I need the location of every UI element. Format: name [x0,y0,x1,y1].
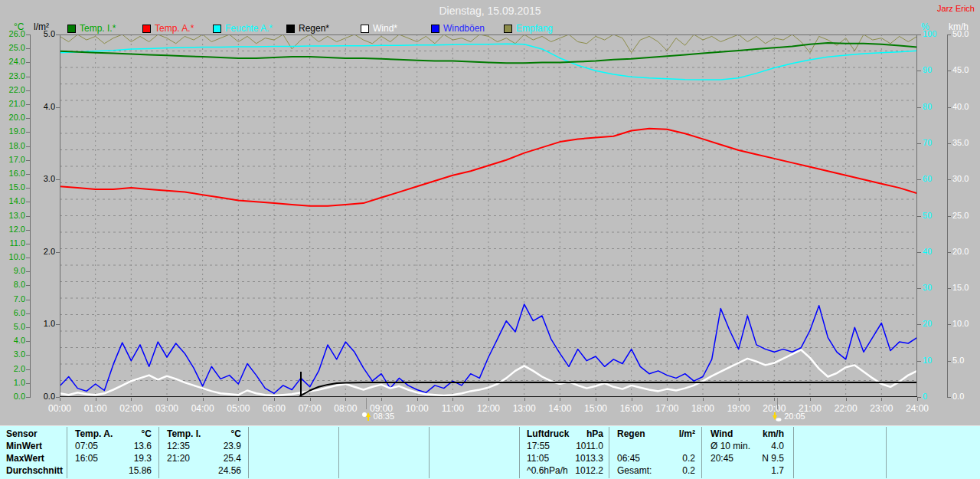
row-label-durchschnitt: Durchschnitt [6,464,63,477]
x-axis-label: 17:00 [655,403,678,414]
axis-label-pct: 70 [923,139,944,147]
sunset-marker: 20:05 [772,412,805,422]
axis-tick-degc [26,313,30,314]
x-axis-tick [417,398,418,401]
axis-label-pct: 10 [923,356,944,365]
legend-item-feuchte: Feuchte A.* [213,24,273,33]
axis-label-pct: 60 [923,175,944,183]
axis-label-pct: 0 [923,392,944,401]
x-axis-tick [167,398,168,401]
axis-label-kmh: 45.0 [952,66,977,74]
min-time: 12:35 [167,440,190,452]
x-axis-label: 08:00 [334,403,357,414]
legend-item-windboeen: Windböen [431,24,485,33]
x-axis-tick [917,398,918,401]
axis-label-degc: 26.0 [0,30,25,38]
axis-label-pct: 80 [923,103,944,111]
axis-tick-kmh [947,179,951,180]
axis-label-lm2: 2.0 [31,248,55,256]
axis-label-kmh: 10.0 [952,320,977,328]
x-axis-label: 23:00 [870,403,893,414]
axis-tick-lm2 [56,324,60,325]
x-axis-label: 22:00 [835,403,858,414]
axis-tick-degc [26,34,30,35]
axis-label-degc: 19.0 [0,127,25,136]
x-axis-tick [632,398,632,401]
axis-label-lm2: 1.0 [31,320,55,328]
axis-label-kmh: 40.0 [952,103,977,111]
col-name: Wind [710,428,733,440]
axis-tick-lm2 [56,34,60,35]
legend-label-windboeen: Windböen [443,23,485,34]
x-axis-label: 07:00 [299,403,322,414]
min-value: 23.9 [224,440,241,452]
x-axis-tick [452,398,453,401]
axis-tick-degc [26,188,30,189]
x-axis-label: 19:00 [727,403,750,414]
stats-column-luftdruck: LuftdruckhPa 17:551011.0 11:051013.3 ^0.… [527,428,603,477]
stats-table: Sensor MinWert MaxWert Durchschnitt Temp… [0,425,980,479]
x-axis-label: 05:00 [227,403,250,414]
x-axis-label: 06:00 [263,403,286,414]
axis-label-degc: 25.0 [0,44,25,52]
sunset-marker-line [777,398,778,409]
plot-area[interactable] [60,34,917,397]
total-value: 0.2 [682,464,695,477]
axis-tick-kmh [947,288,951,289]
axis-tick-pct [917,71,921,71]
col-name: Temp. A. [75,428,113,440]
axis-label-degc: 2.0 [0,365,25,373]
axis-tick-degc [26,48,30,49]
axis-tick-kmh [947,34,951,35]
x-axis-label: 18:00 [691,403,714,414]
axis-tick-pct [917,288,921,289]
total-label: Gesamt: [617,464,652,477]
axis-label-degc: 11.0 [0,239,25,248]
axis-label-kmh: 35.0 [952,139,977,147]
x-axis-tick [739,398,740,401]
axis-label-degc: 1.0 [0,379,25,387]
x-axis-tick [238,398,239,401]
legend-item-regen: Regen* [286,24,329,33]
sunset-time-label: 20:05 [784,412,805,422]
x-axis-tick [846,398,847,401]
row-label-sensor: Sensor [6,428,63,440]
axis-tick-degc [26,146,30,147]
x-axis-label: 03:00 [155,403,178,414]
axis-tick-degc [26,258,30,258]
x-axis-tick [274,398,275,401]
x-axis-tick [131,398,132,401]
axis-label-kmh: 0.0 [952,392,977,401]
min-value: 13.6 [134,440,152,452]
axis-label-degc: 12.0 [0,225,25,234]
legend-swatch-temp-i [67,25,76,33]
axis-tick-kmh [947,71,951,71]
axis-label-degc: 24.0 [0,57,25,66]
axis-tick-kmh [947,252,951,253]
axis-label-degc: 17.0 [0,156,25,164]
axis-tick-degc [26,271,30,272]
axis-label-degc: 9.0 [0,267,25,275]
axis-tick-pct [917,252,921,253]
axis-label-degc: 18.0 [0,142,25,150]
x-axis-tick [703,398,704,401]
x-axis-tick [310,398,311,401]
axis-label-degc: 15.0 [0,183,25,192]
axis-tick-degc [26,397,30,398]
legend-label-temp-i: Temp. I.* [80,23,116,34]
axis-label-lm2: 5.0 [31,30,55,38]
legend-swatch-feuchte [213,25,221,33]
avg-value: 24.56 [218,464,241,477]
legend-item-empfang: Empfang [504,24,553,33]
axis-label-lm2: 0.0 [31,392,55,401]
row-label-minwert: MinWert [6,440,63,452]
axis-label-degc: 4.0 [0,336,25,345]
max-value: 19.3 [134,452,152,464]
legend-item-wind: Wind* [361,24,397,33]
avg-10min-label: Ø 10 min. [710,440,750,452]
legend-label-regen: Regen* [299,23,329,34]
axis-label-pct: 90 [923,66,944,74]
col-unit: °C [142,428,152,440]
x-axis-tick [488,398,489,401]
axis-tick-degc [26,216,30,217]
